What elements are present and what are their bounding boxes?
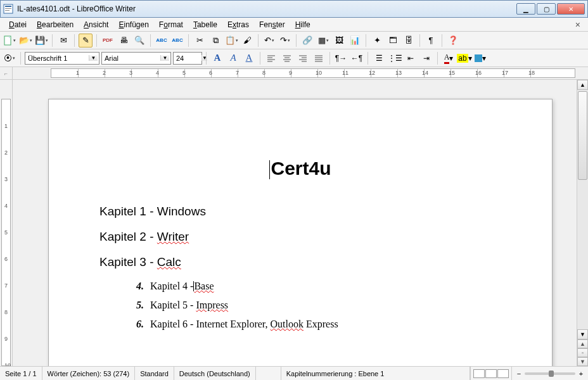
- print-preview-button[interactable]: 🔍: [132, 34, 146, 48]
- redo-button[interactable]: ↷▾: [278, 34, 292, 48]
- increase-indent-button[interactable]: ⇥: [419, 51, 433, 65]
- svg-rect-1: [5, 6, 11, 7]
- font-name-combo[interactable]: Arial ▼: [101, 52, 171, 65]
- open-button[interactable]: 📂▾: [18, 34, 32, 48]
- insert-table-button[interactable]: ▦▾: [316, 34, 330, 48]
- hyperlink-button[interactable]: 🔗: [300, 34, 314, 48]
- window-title: IL-ates4101.odt - LibreOffice Writer: [17, 4, 516, 13]
- undo-button[interactable]: ↶▾: [262, 34, 276, 48]
- document-title[interactable]: Cert4u: [99, 158, 501, 179]
- menu-fenster[interactable]: Fenster: [254, 19, 290, 30]
- clone-formatting-button[interactable]: 🖌: [240, 34, 254, 48]
- menu-hilfe[interactable]: Hilfe: [290, 19, 316, 30]
- view-single-page-button[interactable]: [473, 369, 485, 378]
- status-wordcount[interactable]: Wörter (Zeichen): 53 (274): [42, 367, 136, 380]
- zoom-out-button[interactable]: −: [516, 370, 522, 377]
- heading-level-2[interactable]: Kapitel 3 - Calc: [99, 255, 501, 269]
- align-left-button[interactable]: [264, 51, 278, 65]
- view-book-button[interactable]: [497, 369, 509, 378]
- status-page[interactable]: Seite 1 / 1: [0, 367, 42, 380]
- nonprinting-chars-button[interactable]: ¶: [424, 34, 438, 48]
- page[interactable]: Cert4u Kapitel 1 - WindowsKapitel 2 - Wr…: [48, 99, 553, 366]
- chevron-down-icon: ▼: [89, 55, 98, 61]
- view-multi-page-button[interactable]: [485, 369, 497, 378]
- paste-button[interactable]: 📋▾: [224, 34, 238, 48]
- menu-bearbeiten[interactable]: Bearbeiten: [32, 19, 79, 30]
- ltr-button[interactable]: ¶→: [334, 51, 348, 65]
- heading-level-2[interactable]: Kapitel 1 - Windows: [99, 205, 501, 218]
- insert-image-button[interactable]: 🖼: [332, 34, 346, 48]
- next-page-icon[interactable]: ▼: [577, 357, 588, 366]
- window-titlebar: IL-ates4101.odt - LibreOffice Writer ▁ ▢…: [0, 0, 588, 18]
- heading-level-2[interactable]: Kapitel 2 - Writer: [99, 230, 501, 244]
- navigation-icon[interactable]: ◦: [577, 348, 588, 357]
- align-center-button[interactable]: [280, 51, 294, 65]
- font-color-button[interactable]: A▾: [442, 51, 456, 65]
- svg-rect-3: [5, 10, 10, 11]
- font-size-combo[interactable]: 24 ▼: [173, 52, 202, 65]
- status-language[interactable]: Deutsch (Deutschland): [174, 367, 256, 380]
- vertical-ruler[interactable]: 12345678910: [0, 80, 13, 366]
- print-button[interactable]: 🖶: [117, 34, 131, 48]
- zoom-thumb[interactable]: [549, 370, 554, 377]
- italic-button[interactable]: A: [226, 51, 240, 65]
- align-justify-button[interactable]: [312, 51, 326, 65]
- cut-button[interactable]: ✂: [193, 34, 207, 48]
- new-button[interactable]: ▾: [3, 34, 16, 48]
- numbered-list-button[interactable]: ☰: [372, 51, 386, 65]
- menu-extras[interactable]: Extras: [222, 19, 254, 30]
- menubar: Datei Bearbeiten Ansicht Einfügen Format…: [0, 18, 588, 32]
- paragraph-style-combo[interactable]: Überschrift 1 ▼: [25, 52, 99, 65]
- numbered-list-item[interactable]: 4.Kapitel 4 -Base: [136, 281, 501, 292]
- status-style[interactable]: Standard: [135, 367, 174, 380]
- styles-button[interactable]: ⦿▾: [3, 51, 16, 65]
- numbered-list-item[interactable]: 6.Kapitel 6 - Internet Explorer, Outlook…: [136, 319, 501, 330]
- underline-button[interactable]: A: [242, 51, 256, 65]
- document-viewport[interactable]: Cert4u Kapitel 1 - WindowsKapitel 2 - Wr…: [13, 80, 577, 366]
- window-minimize-button[interactable]: ▁: [516, 3, 535, 15]
- gallery-button[interactable]: 🗔: [386, 34, 400, 48]
- data-sources-button[interactable]: 🗄: [402, 34, 416, 48]
- scroll-down-button[interactable]: ▼: [577, 329, 588, 339]
- menu-einfuegen[interactable]: Einfügen: [113, 19, 153, 30]
- window-maximize-button[interactable]: ▢: [537, 3, 556, 15]
- scroll-thumb[interactable]: [578, 91, 587, 180]
- zoom-slider[interactable]: − +: [511, 367, 588, 380]
- document-close-button[interactable]: ×: [572, 20, 584, 30]
- scroll-track[interactable]: [577, 90, 588, 329]
- numbered-list-item[interactable]: 5.Kapitel 5 - Impress: [136, 300, 501, 311]
- bold-button[interactable]: A: [210, 51, 224, 65]
- zoom-track[interactable]: [525, 372, 575, 375]
- export-pdf-button[interactable]: PDF: [101, 34, 115, 48]
- rtl-button[interactable]: ←¶: [350, 51, 364, 65]
- zoom-in-button[interactable]: +: [578, 370, 584, 377]
- scroll-up-button[interactable]: ▲: [577, 80, 588, 90]
- decrease-indent-button[interactable]: ⇤: [404, 51, 418, 65]
- horizontal-ruler[interactable]: 123456789101112131415161718: [51, 68, 575, 78]
- formatting-toolbar: ⦿▾ Überschrift 1 ▼ Arial ▼ 24 ▼ A A A ¶→…: [0, 49, 588, 67]
- prev-page-icon[interactable]: ▲: [577, 339, 588, 348]
- help-button[interactable]: ❓: [446, 34, 460, 48]
- auto-spellcheck-button[interactable]: ABC: [170, 34, 184, 48]
- menu-format[interactable]: Format: [154, 19, 188, 30]
- status-insert-mode[interactable]: [256, 367, 281, 380]
- status-outline[interactable]: Kapitelnummerierung : Ebene 1: [281, 367, 470, 380]
- bulleted-list-button[interactable]: ⋮☰: [388, 51, 402, 65]
- spellcheck-button[interactable]: ABC: [155, 34, 169, 48]
- copy-button[interactable]: ⧉: [208, 34, 222, 48]
- window-close-button[interactable]: ✕: [557, 3, 585, 15]
- background-color-button[interactable]: ▾: [473, 51, 487, 65]
- insert-chart-button[interactable]: 📊: [348, 34, 362, 48]
- mail-button[interactable]: ✉: [56, 34, 70, 48]
- menu-ansicht[interactable]: Ansicht: [79, 19, 113, 30]
- vertical-scrollbar[interactable]: ▲ ▼ ▲ ◦ ▼: [577, 80, 588, 366]
- highlight-button[interactable]: ab▾: [457, 51, 471, 65]
- navigator-button[interactable]: ✦: [370, 34, 384, 48]
- standard-toolbar: ▾ 📂▾ 💾▾ ✉ ✎ PDF 🖶 🔍 ABC ABC ✂ ⧉ 📋▾ 🖌 ↶▾ …: [0, 32, 588, 49]
- menu-datei[interactable]: Datei: [4, 19, 32, 30]
- svg-rect-2: [5, 8, 11, 9]
- edit-mode-button[interactable]: ✎: [79, 34, 93, 48]
- save-button[interactable]: 💾▾: [34, 34, 48, 48]
- align-right-button[interactable]: [296, 51, 310, 65]
- menu-tabelle[interactable]: Tabelle: [188, 19, 222, 30]
